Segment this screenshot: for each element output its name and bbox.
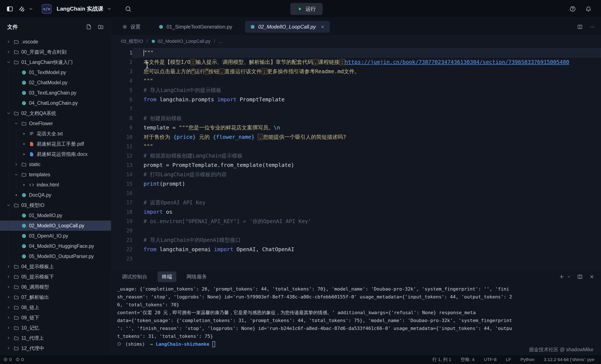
status-item[interactable]: 3.12.2 64-bit ('shims': pye [544, 357, 594, 362]
code-line-21[interactable]: 21# 导入LangChain中的OpenAI模型接口 [111, 236, 601, 245]
chevron-right-icon[interactable] [5, 315, 12, 320]
split-terminal-icon[interactable] [577, 274, 583, 279]
tree-folder-.vscode[interactable]: .vscode [0, 37, 111, 47]
breadcrumb-item[interactable]: 03_模型IO [121, 38, 143, 44]
code-line-18[interactable]: 18import os [111, 207, 601, 217]
chevron-right-icon[interactable] [5, 326, 12, 330]
tree-folder-03_模型IO[interactable]: 03_模型IO [0, 200, 111, 210]
tree-folder-02_文档QA系统[interactable]: 02_文档QA系统 [0, 108, 111, 118]
panel-tab-调试控制台[interactable]: 调试控制台 [118, 271, 152, 282]
tree-file-03_TextLangChain.py[interactable]: 03_TextLangChain.py [0, 88, 111, 98]
tree-file-01_TextModel.py[interactable]: 01_TextModel.py [0, 67, 111, 78]
split-editor-icon[interactable] [577, 24, 583, 30]
new-folder-icon[interactable] [98, 24, 104, 30]
chevron-right-icon[interactable] [5, 39, 12, 44]
code-line-7[interactable]: 7 [111, 104, 601, 114]
breadcrumb-item[interactable]: ... [219, 39, 222, 44]
code-line-6[interactable]: 6from langchain.prompts import PromptTem… [111, 95, 601, 104]
error-counter[interactable]: 0 [3, 357, 12, 362]
status-item[interactable]: UTF-8 [484, 357, 497, 362]
bell-icon[interactable] [585, 6, 592, 12]
code-line-14[interactable]: 14# 打印LangChain提示模板的内容 [111, 170, 601, 179]
code-line-15[interactable]: 15print(prompt) [111, 179, 601, 189]
tree-folder-12_代理中[interactable]: 12_代理中 [0, 343, 111, 353]
code-line-17[interactable]: 17# 设置OpenAI API Key [111, 198, 601, 207]
tree-file-03_OpenAI_IO.py[interactable]: 03_OpenAI_IO.py [0, 231, 111, 241]
sidebar-toggle-icon[interactable] [6, 6, 13, 12]
close-tab-icon[interactable] [321, 25, 325, 29]
code-line-4[interactable]: 4""" [111, 76, 601, 86]
tree-file-01_ModelIO.py[interactable]: 01_ModelIO.py [0, 210, 111, 221]
tree-file-02_ModelIO_LoopCall.py[interactable]: 02_ModelIO_LoopCall.py [0, 221, 111, 231]
code-line-16[interactable]: 16 [111, 189, 601, 198]
warning-counter[interactable]: 0 [16, 357, 24, 362]
tab-02_ModelIO_LoopCall.py[interactable]: 02_ModelIO_LoopCall.py [245, 21, 330, 33]
code-line-2[interactable]: 2本文件是【模型I/O：输入提示、调用模型、解析输出】章节的配套代码，课程链接：… [111, 58, 601, 67]
chevron-down-icon[interactable] [5, 60, 12, 64]
search-icon[interactable] [125, 6, 132, 12]
chevron-right-icon[interactable] [5, 346, 12, 350]
new-terminal-icon[interactable] [559, 274, 564, 279]
code-line-22[interactable]: 22from langchain_openai import OpenAI, C… [111, 245, 601, 254]
status-item[interactable]: Python [521, 357, 534, 362]
chevron-right-icon[interactable] [5, 285, 12, 289]
code-line-1[interactable]: 1""" [111, 48, 601, 58]
project-name[interactable]: LangChain 实战课 [57, 5, 103, 13]
tree-folder-05_提示模板下[interactable]: 05_提示模板下 [0, 272, 111, 282]
run-button[interactable]: 运行 [290, 3, 323, 15]
tree-folder-09_链下[interactable]: 09_链下 [0, 313, 111, 323]
tree-file-花语大全.txt[interactable]: 花语大全.txt [0, 128, 111, 139]
chevron-right-icon[interactable] [5, 295, 12, 299]
tree-folder-07_解析输出[interactable]: 07_解析输出 [0, 292, 111, 302]
code-line-13[interactable]: 13prompt = PromptTemplate.from_template(… [111, 160, 601, 170]
tree-folder-10_记忆[interactable]: 10_记忆 [0, 323, 111, 333]
status-item[interactable]: 行 1, 列 1 [432, 356, 451, 363]
chevron-down-icon[interactable] [5, 111, 12, 115]
code-line-10[interactable]: 10对于售价为 {price} 元的 {flower_name} ，您能提供一个… [111, 132, 601, 142]
tree-folder-00_开篇词_奇点时刻[interactable]: 00_开篇词_奇点时刻 [0, 47, 111, 57]
help-icon[interactable] [570, 6, 576, 12]
chevron-right-icon[interactable] [5, 264, 12, 269]
terminal-output[interactable]: _usage: {'completion_tokens': 26, 'promp… [111, 284, 601, 355]
close-panel-icon[interactable] [589, 274, 595, 279]
chevron-right-icon[interactable] [5, 305, 12, 309]
panel-tab-终端[interactable]: 终端 [158, 271, 176, 282]
tree-file-04_ChatLongChain.py[interactable]: 04_ChatLongChain.py [0, 98, 111, 108]
project-chevron-icon[interactable] [107, 7, 112, 11]
tree-file-易速鲜花员工手册.pdf[interactable]: 易速鲜花员工手册.pdf [0, 139, 111, 149]
code-line-23[interactable]: 23 [111, 254, 601, 264]
code-line-12[interactable]: 12# 根据原始模板创建LangChain提示模板 [111, 151, 601, 160]
new-file-icon[interactable] [86, 24, 92, 30]
terminal-dropdown-icon[interactable] [567, 275, 571, 279]
tree-folder-04_提示模板上[interactable]: 04_提示模板上 [0, 261, 111, 272]
chevron-down-icon[interactable] [5, 203, 12, 207]
code-line-5[interactable]: 5# 导入LangChain中的提示模板 [111, 86, 601, 95]
code-line-8[interactable]: 8# 创建原始模板 [111, 114, 601, 123]
tree-folder-static[interactable]: static [0, 159, 111, 169]
tree-file-02_ChatModel.py[interactable]: 02_ChatModel.py [0, 78, 111, 88]
code-line-20[interactable]: 20 [111, 226, 601, 236]
tree-file-index.html[interactable]: index.html [0, 180, 111, 190]
tree-folder-OneFlower[interactable]: OneFlower [0, 118, 111, 128]
terminal-prompt[interactable]: (shims) →LangChain-shizhanke [117, 340, 595, 348]
code-editor[interactable]: 1"""2本文件是【模型I/O：输入提示、调用模型、解析输出】章节的配套代码，课… [111, 47, 601, 269]
tree-folder-01_LangChain快速入门[interactable]: 01_LangChain快速入门 [0, 57, 111, 67]
code-line-3[interactable]: 3您可以点击最上方的“运行”按钮，直接运行该文件；更多操作指引请参考Readme… [111, 67, 601, 76]
chevron-right-icon[interactable] [5, 275, 12, 279]
tree-file-DocQA.py[interactable]: DocQA.py [0, 190, 111, 200]
more-actions-icon[interactable] [590, 24, 595, 30]
breadcrumb-item[interactable]: 02_ModelIO_LoopCall.py [151, 39, 210, 44]
code-line-11[interactable]: 11""" [111, 142, 601, 151]
panel-tab-网络服务[interactable]: 网络服务 [182, 271, 211, 282]
tree-file-04_ModelIO_HuggingFace.py[interactable]: 04_ModelIO_HuggingFace.py [0, 241, 111, 251]
tree-file-05_ModelIO_OutputParser.py[interactable]: 05_ModelIO_OutputParser.py [0, 251, 111, 261]
code-line-19[interactable]: 19# os.environ["OPENAI_API_KEY"] = '你的Op… [111, 217, 601, 226]
status-item[interactable]: LF [506, 357, 511, 362]
tree-folder-08_链上[interactable]: 08_链上 [0, 302, 111, 313]
chevron-right-icon[interactable] [5, 336, 12, 340]
tab-设置[interactable]: 设置 [117, 21, 146, 33]
tree-file-易速鲜花运营指南.docx[interactable]: 易速鲜花运营指南.docx [0, 149, 111, 159]
tree-folder-06_调用模型[interactable]: 06_调用模型 [0, 282, 111, 292]
app-logo-icon[interactable] [18, 6, 25, 12]
chevron-down-icon[interactable] [29, 7, 33, 11]
